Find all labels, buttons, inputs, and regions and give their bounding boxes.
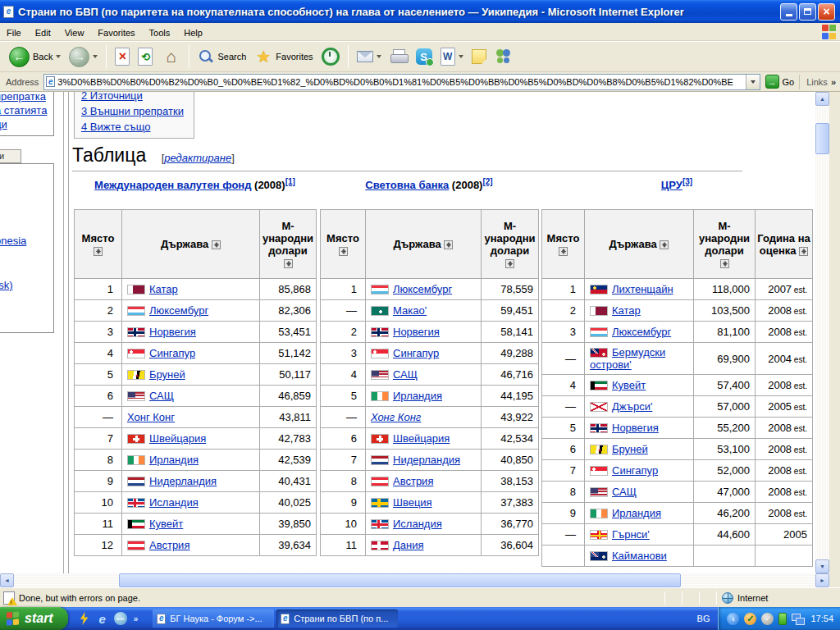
table-source-link[interactable]: Световна банка — [365, 179, 449, 191]
country-link[interactable]: Норвегия — [612, 422, 659, 434]
toolbar-back-button[interactable]: Back — [5, 45, 65, 69]
scroll-right-button[interactable]: ► — [815, 573, 829, 587]
country-link[interactable]: Катар — [149, 283, 178, 295]
ads-icon[interactable] — [114, 612, 127, 625]
country-link[interactable]: Швеция — [393, 496, 432, 509]
toolbar-forward-button[interactable] — [65, 45, 102, 69]
menu-item-file[interactable]: File — [7, 28, 21, 38]
toolbar-search-button[interactable]: Search — [194, 47, 250, 66]
sort-icon[interactable] — [720, 259, 729, 268]
toolbar-favorites-button[interactable]: Favorites — [250, 46, 317, 67]
quick-launch-chevron-icon[interactable]: » — [134, 614, 139, 623]
close-button[interactable]: × — [818, 3, 835, 21]
country-link[interactable]: Кайманови — [612, 550, 667, 562]
country-link[interactable]: Люксембург — [393, 283, 452, 295]
start-button[interactable]: start — [0, 607, 68, 630]
address-dropdown-button[interactable] — [746, 75, 760, 89]
links-button[interactable]: Links » — [799, 75, 836, 89]
menu-item-favorites[interactable]: Favorites — [98, 28, 135, 38]
taskbar-window-button[interactable]: БГ Наука - Форум ->... — [153, 609, 274, 628]
minimize-button[interactable] — [780, 3, 797, 21]
toolbar-refresh-button[interactable] — [134, 46, 157, 67]
footnote-link[interactable]: [2] — [482, 177, 492, 186]
menu-item-view[interactable]: View — [65, 28, 84, 38]
interwiki-link[interactable]: rsk) — [0, 279, 13, 291]
scroll-down-button[interactable]: ▼ — [815, 559, 829, 573]
country-link[interactable]: Исландия — [149, 496, 199, 509]
scroll-left-button[interactable]: ◄ — [0, 573, 14, 587]
menu-item-help[interactable]: Help — [184, 28, 203, 38]
sort-icon[interactable] — [444, 240, 453, 249]
toolbar-messenger-button[interactable] — [491, 47, 517, 66]
country-link[interactable]: Швейцария — [393, 432, 450, 445]
country-link[interactable]: Катар — [612, 304, 641, 317]
scroll-up-button[interactable]: ▲ — [815, 92, 829, 106]
table-source-link[interactable]: Международен валутен фонд — [94, 179, 251, 191]
country-link[interactable]: САЩ — [393, 368, 418, 381]
country-link[interactable]: Хонг Конг — [127, 411, 175, 423]
taskbar-window-button[interactable]: Страни по БВП (по п... — [276, 609, 398, 628]
sort-icon[interactable] — [559, 247, 568, 256]
sort-icon[interactable] — [284, 259, 293, 268]
language-indicator[interactable]: BG — [689, 614, 719, 623]
country-link[interactable]: Люксембург — [612, 326, 671, 338]
country-link[interactable]: Сингапур — [393, 347, 439, 359]
country-link[interactable]: Хонг Конг — [371, 411, 421, 423]
toolbar-history-button[interactable] — [317, 46, 344, 67]
toc-link[interactable]: 3 Външни препратки — [81, 105, 184, 117]
country-link[interactable]: Сингапур — [612, 464, 658, 477]
country-link[interactable]: Лихтенщайн — [612, 283, 673, 295]
country-link[interactable]: Гърнси' — [612, 528, 650, 541]
country-link[interactable]: Швейцария — [149, 432, 206, 445]
shield-icon[interactable] — [744, 613, 756, 625]
country-link[interactable]: Ирландия — [393, 390, 442, 402]
toolbar-mail-button[interactable] — [353, 49, 386, 64]
chevron-down-icon[interactable] — [93, 55, 98, 58]
country-link[interactable]: Нидерландия — [149, 475, 217, 487]
toc-link[interactable]: 2 Източници — [81, 92, 143, 102]
go-button[interactable]: → Go — [765, 75, 795, 89]
country-link[interactable]: Кувейт — [612, 379, 646, 391]
sort-icon[interactable] — [212, 240, 221, 249]
address-input[interactable]: 3%D0%BB%D0%B0%D0%B2%D0%B0_%D0%BE%D1%82_%… — [43, 74, 760, 90]
menu-item-edit[interactable]: Edit — [35, 28, 51, 38]
sidebar-link-fragment[interactable]: ди — [0, 117, 53, 131]
toolbar-note-button[interactable] — [468, 48, 491, 66]
country-link[interactable]: Кувейт — [149, 518, 183, 530]
country-link[interactable]: Австрия — [393, 475, 433, 487]
footnote-link[interactable]: [1] — [285, 177, 295, 186]
horizontal-scrollbar[interactable]: ◄ ► — [0, 573, 829, 587]
toolbar-home-button[interactable] — [157, 45, 185, 68]
country-link[interactable]: Макао' — [393, 304, 427, 317]
chevron-down-icon[interactable] — [377, 55, 381, 58]
country-link[interactable]: Бруней — [612, 443, 648, 455]
sidebar-link-fragment[interactable]: препратка — [0, 92, 53, 103]
sort-icon[interactable] — [799, 247, 808, 256]
country-link[interactable]: Сингапур — [149, 347, 195, 359]
country-link[interactable]: Нидерландия — [393, 454, 460, 466]
chevron-down-icon[interactable] — [56, 55, 61, 58]
country-link[interactable]: Австрия — [149, 539, 189, 551]
menu-item-tools[interactable]: Tools — [149, 28, 171, 38]
restore-button[interactable] — [799, 3, 816, 21]
interwiki-link[interactable]: onesia — [0, 235, 26, 247]
horizontal-scroll-thumb[interactable] — [119, 573, 681, 587]
toc-link[interactable]: 4 Вижте също — [81, 121, 151, 133]
lightning-icon[interactable] — [78, 612, 91, 625]
sort-icon[interactable] — [660, 240, 669, 249]
check-icon[interactable] — [761, 613, 774, 625]
sort-icon[interactable] — [94, 247, 103, 256]
footnote-link[interactable]: [3] — [682, 177, 692, 186]
country-link[interactable]: САЩ — [612, 486, 637, 498]
sort-icon[interactable] — [505, 259, 514, 268]
country-link[interactable]: САЩ — [149, 390, 174, 402]
hide-icon[interactable] — [727, 613, 739, 625]
toolbar-skype-button[interactable] — [412, 47, 436, 66]
toolbar-word-button[interactable] — [436, 46, 468, 67]
country-link[interactable]: Ирландия — [612, 507, 661, 519]
country-link[interactable]: Люксембург — [149, 304, 208, 317]
toolbar-print-button[interactable] — [386, 48, 412, 66]
vertical-scrollbar[interactable]: ▲ ▼ — [815, 92, 829, 573]
country-link[interactable]: Исландия — [393, 518, 442, 530]
country-link[interactable]: Бруней — [149, 368, 185, 381]
